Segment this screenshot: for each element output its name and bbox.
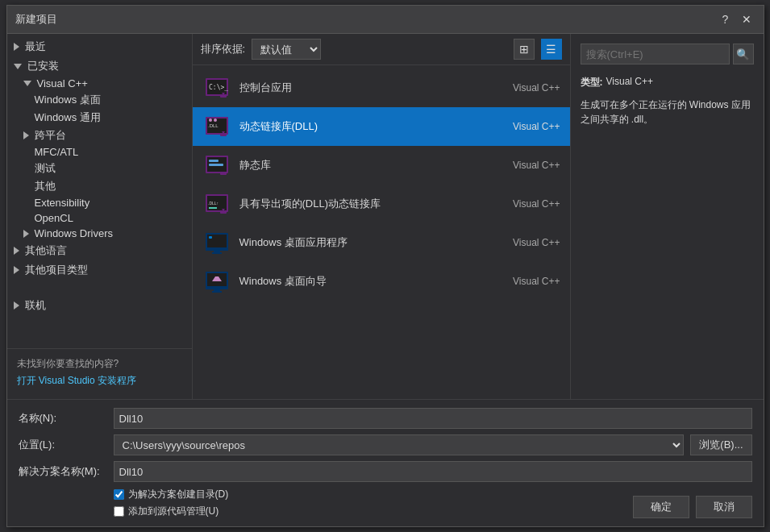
svg-rect-15 [209, 164, 223, 166]
tree-extensibility[interactable]: Extensibility [7, 195, 192, 210]
project-item-console[interactable]: C:\>_ 控制台应用 Visual C++ [193, 69, 570, 107]
svg-point-11 [214, 118, 217, 122]
svg-rect-31 [206, 288, 228, 289]
middle-panel: 排序依据: 默认值名称类型修改日期 ⊞ ☰ C:\>_ [193, 34, 570, 399]
checkbox-add-source[interactable] [114, 506, 124, 517]
console-app-icon: C:\>_ [202, 73, 231, 102]
desktop-wizard-icon [202, 267, 231, 296]
svg-point-10 [209, 118, 212, 122]
dialog-title: 新建项目 [15, 12, 57, 27]
dll-export-tag: Visual C++ [513, 198, 560, 210]
svg-text:C:\>_: C:\>_ [209, 84, 228, 91]
installed-label: 已安装 [27, 59, 59, 73]
desktop-wizard-tag: Visual C++ [513, 276, 560, 287]
solution-label: 解决方案名称(M): [19, 464, 107, 479]
checkbox-create-dir-text: 为解决方案创建目录(D) [128, 488, 229, 501]
tree-machine[interactable]: 联机 [7, 296, 192, 315]
tree-other[interactable]: 其他 [7, 177, 192, 195]
form-bottom: 为解决方案创建目录(D) 添加到源代码管理(U) 确定 取消 [19, 488, 752, 518]
recent-label: 最近 [25, 39, 46, 54]
close-button[interactable]: ✕ [738, 10, 755, 28]
bottom-form: 名称(N): 位置(L): C:\Users\yyy\source\repos … [7, 399, 764, 526]
dll-icon: .DLL [202, 112, 231, 141]
tree-windows-desktop[interactable]: Windows 桌面 [7, 91, 192, 109]
tree-windows-general[interactable]: Windows 通用 [7, 109, 192, 127]
checkbox-create-dir-label[interactable]: 为解决方案创建目录(D) [114, 488, 229, 501]
static-lib-icon [202, 151, 231, 180]
tree-windows-drivers[interactable]: Windows Drivers [7, 226, 192, 241]
tree-mfc-atl[interactable]: MFC/ATL [7, 144, 192, 160]
svg-rect-25 [206, 249, 228, 251]
visual-cpp-label: Visual C++ [37, 77, 88, 89]
search-button[interactable]: 🔍 [733, 44, 754, 64]
project-list: C:\>_ 控制台应用 Visual C++ .DLL [193, 65, 570, 399]
dll-tag: Visual C++ [513, 121, 560, 132]
grid-view-button[interactable]: ⊞ [514, 39, 535, 60]
type-label: 类型: [581, 76, 603, 89]
sort-select[interactable]: 默认值名称类型修改日期 [252, 39, 321, 60]
middle-toolbar: 排序依据: 默认值名称类型修改日期 ⊞ ☰ [193, 34, 570, 65]
title-bar-controls: ? ✕ [717, 10, 755, 28]
project-item-desktop-wizard[interactable]: Windows 桌面向导 Visual C++ [193, 262, 570, 301]
desktop-app-tag: Visual C++ [513, 237, 560, 248]
open-installer-link[interactable]: 打开 Visual Studio 安装程序 [17, 374, 182, 388]
new-project-dialog: 新建项目 ? ✕ 最近 已安装 Visual C++ W [6, 5, 764, 527]
description-text: 生成可在多个正在运行的 Windows 应用之间共享的 .dll。 [581, 98, 754, 127]
sort-label: 排序依据: [201, 42, 246, 56]
tree-other-project-types[interactable]: 其他项目类型 [7, 260, 192, 280]
dll-export-name: 具有导出项的(DLL)动态链接库 [239, 197, 506, 211]
checkboxes: 为解决方案创建目录(D) 添加到源代码管理(U) [114, 488, 229, 518]
name-input[interactable] [114, 408, 752, 429]
svg-rect-14 [209, 160, 219, 162]
project-item-dll[interactable]: .DLL 动态链接库(DLL) Visual C++ [193, 107, 570, 146]
ok-button[interactable]: 确定 [633, 496, 689, 518]
tree-opencl[interactable]: OpenCL [7, 210, 192, 226]
console-app-name: 控制台应用 [239, 81, 506, 95]
checkbox-add-source-label[interactable]: 添加到源代码管理(U) [114, 505, 229, 518]
not-found-text: 未找到你要查找的内容? [17, 358, 119, 369]
cancel-button[interactable]: 取消 [696, 496, 752, 518]
svg-rect-16 [220, 172, 227, 175]
svg-rect-28 [209, 236, 212, 239]
tree-cross-platform[interactable]: 跨平台 [7, 127, 192, 144]
help-button[interactable]: ? [717, 10, 735, 28]
svg-rect-22 [209, 207, 217, 209]
dll-name: 动态链接库(DLL) [239, 119, 506, 134]
desktop-app-icon [202, 228, 231, 257]
svg-rect-32 [214, 289, 220, 291]
type-row: 类型: Visual C++ [581, 76, 754, 89]
tree-installed[interactable]: 已安装 [7, 56, 192, 76]
location-select[interactable]: C:\Users\yyy\source\repos [114, 434, 685, 455]
tree-test[interactable]: 测试 [7, 160, 192, 177]
console-app-tag: Visual C++ [513, 82, 560, 94]
location-label: 位置(L): [19, 438, 107, 452]
svg-text:.DLL↑: .DLL↑ [208, 201, 219, 206]
project-item-static[interactable]: 静态库 Visual C++ [193, 146, 570, 185]
type-value: Visual C++ [606, 76, 653, 89]
browse-button[interactable]: 浏览(B)... [690, 434, 751, 455]
checkbox-add-source-text: 添加到源代码管理(U) [128, 505, 219, 518]
project-item-desktop-app[interactable]: Windows 桌面应用程序 Visual C++ [193, 223, 570, 262]
form-location-row: 位置(L): C:\Users\yyy\source\repos 浏览(B)..… [19, 434, 752, 455]
form-solution-row: 解决方案名称(M): [19, 461, 752, 482]
static-lib-name: 静态库 [239, 158, 506, 172]
checkbox-create-dir[interactable] [114, 489, 124, 500]
svg-rect-33 [212, 291, 222, 293]
list-view-button[interactable]: ☰ [541, 39, 562, 60]
tree-recent[interactable]: 最近 [7, 37, 192, 56]
svg-text:.DLL: .DLL [208, 123, 219, 128]
solution-input[interactable] [114, 461, 752, 482]
search-input[interactable] [581, 44, 730, 64]
tree-other-languages[interactable]: 其他语言 [7, 241, 192, 260]
tree-visual-cpp[interactable]: Visual C++ [7, 76, 192, 91]
right-panel: 🔍 类型: Visual C++ 生成可在多个正在运行的 Windows 应用之… [570, 34, 764, 399]
title-bar: 新建项目 ? ✕ [7, 6, 764, 34]
dll-export-icon: .DLL↑ [202, 189, 231, 218]
form-action-row: 确定 取消 [633, 496, 752, 518]
search-bar: 🔍 [581, 44, 754, 64]
form-name-row: 名称(N): [19, 408, 752, 429]
project-item-dll-export[interactable]: .DLL↑ 具有导出项的(DLL)动态链接库 Visual C++ [193, 185, 570, 223]
desktop-wizard-name: Windows 桌面向导 [239, 274, 506, 289]
content-area: 最近 已安装 Visual C++ Windows 桌面 Windows 通用 … [7, 34, 764, 399]
name-label: 名称(N): [19, 411, 107, 426]
